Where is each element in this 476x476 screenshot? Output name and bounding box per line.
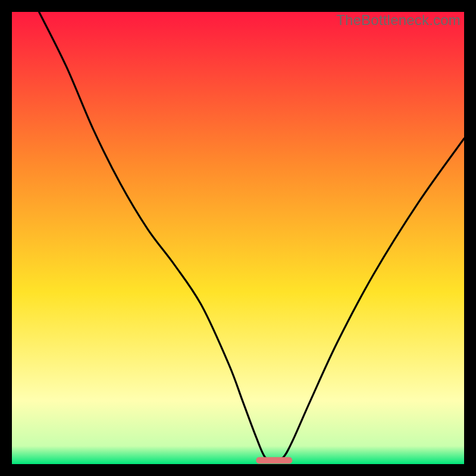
bottleneck-chart <box>12 12 464 464</box>
chart-frame: TheBottleneck.com <box>12 12 464 464</box>
watermark-text: TheBottleneck.com <box>336 12 461 29</box>
optimal-range-marker <box>256 457 292 464</box>
